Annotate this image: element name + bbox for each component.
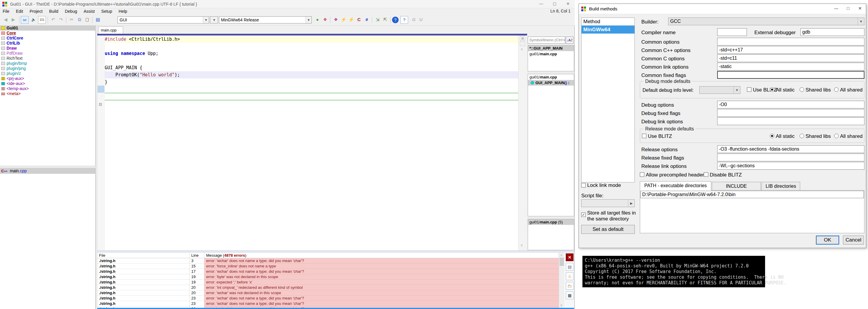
fold-marker-icon[interactable] <box>99 103 102 106</box>
file-scope-item[interactable]: gui01/main.cpp <box>528 74 574 80</box>
console-splitter[interactable] <box>97 250 574 253</box>
chevron-down-icon[interactable]: ▼ <box>306 16 311 23</box>
file-item-main-cpp[interactable]: C++ main.cpp <box>0 168 95 174</box>
editor-scrollbar[interactable]: ▤ ⬚ ∧ ∨ <box>518 35 527 250</box>
build-package-icon[interactable]: ❖ <box>332 16 340 24</box>
upp-help-icon[interactable]: U <box>417 16 425 24</box>
refresh-dirs-icon[interactable]: ● <box>313 16 321 24</box>
tab-main-cpp[interactable]: main.cpp <box>98 27 123 34</box>
minimize-button[interactable]: — <box>830 4 842 14</box>
document-icon[interactable]: ▤ <box>94 16 102 24</box>
close-button[interactable]: ✕ <box>561 0 575 8</box>
copy-icon[interactable]: ⧉ <box>75 16 83 24</box>
package-item-gui01[interactable]: Gui01 <box>0 26 95 31</box>
package-item-meta[interactable]: <meta> <box>0 91 95 96</box>
build-icon[interactable]: ⚡ <box>340 16 347 24</box>
help-icon[interactable]: ? <box>392 16 399 23</box>
guide-icon[interactable]: G <box>410 16 417 24</box>
script-file-select[interactable]: ▶ <box>581 199 635 207</box>
symbol-splitter[interactable] <box>528 216 574 219</box>
allow-pch-checkbox[interactable] <box>640 172 644 177</box>
debug-fixed-flags-input[interactable] <box>717 109 864 117</box>
error-row[interactable]: ./string.h15error: 'force_inline' does n… <box>97 264 559 269</box>
dialog-title-bar[interactable]: Build methods — □ ✕ <box>579 4 866 14</box>
tab-lib-directories[interactable]: LIB directories <box>762 182 800 191</box>
debug-use-blitz-checkbox[interactable] <box>747 88 751 92</box>
release-options-input[interactable]: -O3 -ffunction-sections -fdata-sections <box>717 145 864 153</box>
symbol-splitter[interactable] <box>528 71 574 74</box>
config-flags-select[interactable]: ▼ <box>210 16 218 24</box>
disable-blitz-checkbox[interactable] <box>704 172 708 177</box>
speaker-icon[interactable]: 🔈 <box>30 16 37 24</box>
binary-view-icon[interactable]: 101 <box>38 16 46 24</box>
split-view-icon[interactable]: ⬚ <box>520 42 525 46</box>
chevron-right-icon[interactable]: ▶ <box>628 200 634 207</box>
sort-az-icon[interactable]: ↓AZ <box>566 37 574 44</box>
scroll-down-icon[interactable]: ∨ <box>521 243 523 247</box>
menu-assist[interactable]: Assist <box>81 8 97 14</box>
chevron-down-icon[interactable]: ▼ <box>734 87 740 94</box>
error-row[interactable]: ./string.h20error: 'int cmpval_' redecla… <box>97 285 559 290</box>
back-icon[interactable]: ◀ <box>2 16 9 24</box>
menu-setup[interactable]: Setup <box>98 8 115 14</box>
debug-all-shared-radio[interactable] <box>834 88 839 92</box>
package-item-plugin-png[interactable]: plugin/png <box>0 66 95 71</box>
set-as-default-button[interactable]: Set as default <box>581 225 635 234</box>
maximize-button[interactable]: ▢ <box>548 0 561 8</box>
menu-help[interactable]: Help <box>116 8 130 14</box>
usage-item[interactable]: gui01/main.cpp (5) <box>528 219 574 225</box>
symbol-definition-item[interactable]: GUI_APP_MAIN() : <box>528 80 574 85</box>
common-options-input[interactable] <box>717 38 864 45</box>
find-in-files-icon[interactable]: 🗀 <box>566 282 574 290</box>
method-item-mingww64[interactable]: MinGWw64 <box>582 26 634 34</box>
menu-debug[interactable]: Debug <box>62 8 80 14</box>
package-item-ctrlcore[interactable]: CtrlCore <box>0 36 95 41</box>
menu-build[interactable]: Build <box>46 8 61 14</box>
error-scrollbar[interactable]: ∧ ∨ <box>559 253 565 309</box>
common-link-options-input[interactable]: -static <box>717 63 864 70</box>
close-icon[interactable]: ✕ <box>854 4 866 14</box>
debug-options-input[interactable]: -O0 <box>717 101 864 108</box>
common-c-options-input[interactable]: -std=c11 <box>717 55 864 62</box>
package-item-plugin-bmp[interactable]: plugin/bmp <box>0 61 95 66</box>
text-mode-icon[interactable]: txt <box>21 16 29 24</box>
release-use-blitz-checkbox[interactable] <box>642 134 646 138</box>
chevron-down-icon[interactable]: ▼ <box>203 16 209 23</box>
terminal-window[interactable]: C:\Users\krant>g++ --version g++ (x86_64… <box>583 256 765 287</box>
chevron-down-icon[interactable]: ▼ <box>858 18 864 25</box>
cut-icon[interactable]: ✂ <box>68 16 75 24</box>
compiler-name-input[interactable] <box>717 28 747 36</box>
store-all-targets-checkbox[interactable]: ✓ <box>581 212 586 217</box>
symbol-search-input[interactable]: Symbol/lineno (Ctrl+C <box>528 37 565 44</box>
path-entry[interactable]: D:\Portable-Programs\MinGW-w64-7.2.0\bin <box>641 191 864 198</box>
compile-file-icon[interactable]: C <box>355 16 363 24</box>
release-fixed-flags-input[interactable] <box>717 153 864 161</box>
chevron-down-icon[interactable]: ▼ <box>211 16 218 23</box>
error-row[interactable]: ./string.h3error: 'wchar' does not name … <box>97 258 559 264</box>
paste-icon[interactable]: 📋 <box>83 16 91 24</box>
error-row[interactable]: ./string.h23error: 'wchar' does not name… <box>97 296 559 301</box>
rebuild-icon[interactable]: ⚡ <box>347 16 355 24</box>
package-item-richtext[interactable]: RichText <box>0 56 95 61</box>
package-item-plugin-z[interactable]: plugin/z <box>0 71 95 76</box>
build-method-select[interactable]: MinGWw64 Release ▼ <box>219 16 312 24</box>
package-item-temp-aux[interactable]: <temp-aux> <box>0 86 95 91</box>
package-item-draw[interactable]: Draw <box>0 46 95 51</box>
cancel-button[interactable]: Cancel <box>843 236 864 244</box>
menu-project[interactable]: Project <box>27 8 45 14</box>
console-output-icon[interactable]: ▤ <box>566 263 574 271</box>
preprocess-icon[interactable]: # <box>363 16 371 24</box>
code-editor[interactable]: #include <CtrlLib/CtrlLib.h> using names… <box>97 35 518 250</box>
release-shared-libs-radio[interactable] <box>800 134 804 138</box>
maximize-button[interactable]: □ <box>842 4 854 14</box>
undo-icon[interactable]: ↶ <box>50 16 57 24</box>
release-link-options-input[interactable]: -Wl,--gc-sections <box>717 162 864 170</box>
package-organizer-icon[interactable]: ❖ <box>321 16 329 24</box>
context-help-icon[interactable]: ? <box>400 16 408 24</box>
tab-include-directories[interactable]: INCLUDE directories <box>712 182 761 191</box>
package-item-pdfdraw[interactable]: PdfDraw <box>0 51 95 56</box>
export-makefile-icon[interactable]: ⇱ <box>381 16 389 24</box>
common-cpp-options-input[interactable]: -std=c++17 <box>717 46 864 54</box>
scrollbar-thumb[interactable] <box>560 258 564 266</box>
menu-file[interactable]: File <box>0 8 12 14</box>
